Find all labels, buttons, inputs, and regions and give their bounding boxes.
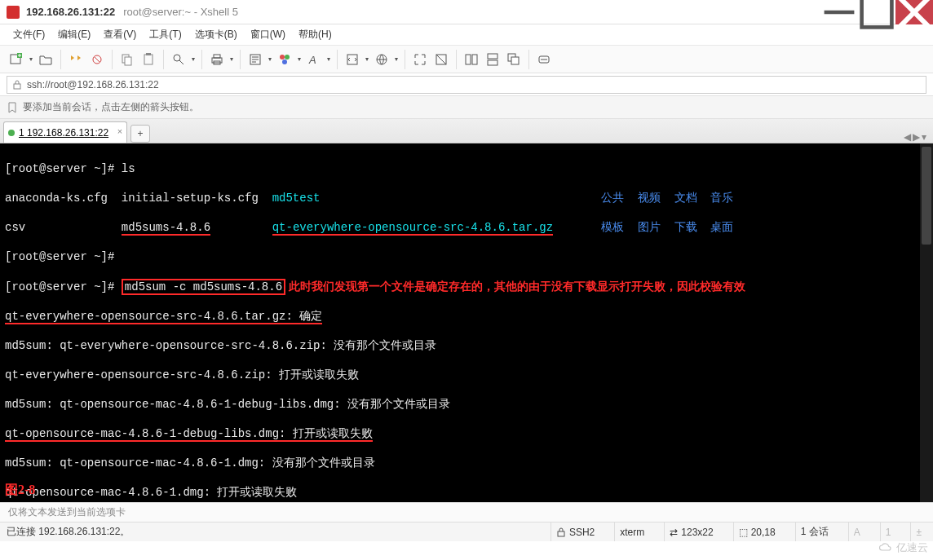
color-dropdown[interactable]: ▾: [296, 55, 303, 63]
status-bar: 已连接 192.168.26.131:22。 SSH2 xterm ⇄ 123x…: [0, 522, 933, 541]
svg-rect-20: [466, 55, 471, 64]
svg-rect-17: [347, 55, 357, 64]
script-dropdown[interactable]: ▾: [364, 55, 370, 63]
svg-point-8: [174, 55, 180, 61]
svg-rect-6: [144, 55, 153, 64]
svg-rect-21: [472, 55, 477, 64]
tab-status-dot: [8, 130, 15, 136]
font-dropdown[interactable]: ▾: [325, 55, 332, 63]
menu-view[interactable]: 查看(V): [97, 24, 143, 45]
tab-prev-icon[interactable]: ◀: [904, 131, 911, 143]
status-num: 1: [880, 523, 896, 541]
svg-rect-5: [125, 57, 131, 65]
send-text: 仅将文本发送到当前选项卡: [8, 505, 126, 519]
svg-rect-23: [488, 60, 497, 65]
session-tab[interactable]: 1 192.168.26.131:22 ×: [3, 121, 127, 143]
cascade-icon[interactable]: [504, 50, 524, 69]
status-protocol: SSH2: [551, 523, 599, 541]
font-icon[interactable]: A: [304, 50, 324, 69]
lock-icon: [556, 527, 566, 537]
search-dropdown[interactable]: ▾: [190, 55, 197, 63]
address-input[interactable]: ssh://root@192.168.26.131:22: [7, 76, 926, 94]
lock-icon: [12, 80, 22, 90]
menu-window[interactable]: 窗口(W): [244, 24, 292, 45]
reconnect-icon[interactable]: [66, 50, 86, 69]
title-ip: 192.168.26.131:22: [26, 6, 115, 18]
tab-strip: 1 192.168.26.131:22 × + ◀ ▶ ▾: [0, 119, 933, 143]
menu-help[interactable]: 帮助(H): [292, 24, 338, 45]
print-icon[interactable]: [207, 50, 227, 69]
properties-icon[interactable]: [245, 50, 265, 69]
color-icon[interactable]: [275, 50, 294, 69]
tab-label: 1 192.168.26.131:22: [19, 127, 108, 139]
menu-file[interactable]: 文件(F): [7, 24, 51, 45]
status-caps: A: [848, 523, 865, 541]
figure-label: 图2-8: [5, 483, 35, 497]
svg-rect-10: [214, 55, 220, 58]
hint-bar: 要添加当前会话，点击左侧的箭头按钮。: [0, 96, 933, 119]
status-sessions: 1 会话: [795, 523, 834, 541]
menu-edit[interactable]: 编辑(E): [51, 24, 97, 45]
encoding-icon[interactable]: [372, 50, 391, 69]
toolbar: ▾ ▾ ▾ ▾ ▾ A ▾ ▾ ▾: [0, 46, 933, 73]
search-icon[interactable]: [169, 50, 188, 69]
svg-rect-25: [511, 57, 519, 64]
svg-rect-0: [862, 0, 892, 27]
bookmark-icon[interactable]: [7, 102, 18, 113]
disconnect-icon[interactable]: [87, 50, 107, 69]
tab-list-icon[interactable]: ▾: [922, 131, 926, 143]
tile-h-icon[interactable]: [462, 50, 481, 69]
scrollbar-vertical[interactable]: [920, 143, 933, 502]
status-term: xterm: [614, 523, 649, 541]
svg-rect-28: [558, 531, 564, 536]
menu-bar: 文件(F) 编辑(E) 查看(V) 工具(T) 选项卡(B) 窗口(W) 帮助(…: [0, 24, 933, 46]
svg-point-14: [285, 55, 290, 60]
transparent-icon[interactable]: [431, 50, 451, 69]
tab-next-icon[interactable]: ▶: [913, 131, 920, 143]
tile-v-icon[interactable]: [483, 50, 502, 69]
fullscreen-icon[interactable]: [410, 50, 430, 69]
svg-point-13: [280, 55, 285, 60]
minimize-button[interactable]: [820, 0, 858, 24]
encoding-dropdown[interactable]: ▾: [393, 55, 400, 63]
copy-icon[interactable]: [117, 50, 137, 69]
maximize-button[interactable]: [858, 0, 895, 24]
cloud-icon: [878, 543, 893, 553]
close-button[interactable]: [895, 0, 933, 24]
svg-rect-27: [14, 84, 20, 89]
new-session-dropdown[interactable]: ▾: [28, 55, 34, 63]
tab-close-icon[interactable]: ×: [117, 126, 122, 136]
svg-point-15: [282, 60, 287, 64]
address-text: ssh://root@192.168.26.131:22: [27, 79, 159, 90]
paste-icon[interactable]: [139, 50, 158, 69]
print-dropdown[interactable]: ▾: [228, 55, 235, 63]
title-sub: root@server:~ - Xshell 5: [123, 6, 238, 18]
watermark: 亿速云: [878, 540, 928, 555]
svg-rect-22: [488, 54, 497, 59]
status-size: ⇄ 123x22: [664, 523, 718, 541]
send-strip: 仅将文本发送到当前选项卡: [0, 502, 933, 522]
status-connection: 已连接 192.168.26.131:22。: [7, 525, 536, 539]
app-icon: [7, 6, 20, 19]
script-icon[interactable]: [343, 50, 362, 69]
properties-dropdown[interactable]: ▾: [267, 55, 273, 63]
scrollbar-thumb[interactable]: [922, 147, 931, 245]
open-icon[interactable]: [36, 50, 55, 69]
hint-text: 要添加当前会话，点击左侧的箭头按钮。: [23, 100, 199, 114]
svg-text:A: A: [308, 54, 316, 66]
menu-tools[interactable]: 工具(T): [143, 24, 188, 45]
address-bar: ssh://root@192.168.26.131:22: [0, 73, 933, 96]
tab-add-button[interactable]: +: [130, 125, 150, 143]
status-pos: ⬚ 20,18: [733, 523, 780, 541]
terminal[interactable]: [root@server ~]# ls anaconda-ks.cfg init…: [0, 143, 933, 502]
svg-rect-7: [146, 53, 151, 55]
new-session-icon[interactable]: [7, 50, 26, 69]
menu-tabs[interactable]: 选项卡(B): [188, 24, 244, 45]
compose-icon[interactable]: [534, 50, 554, 69]
status-scroll: ±: [910, 523, 926, 541]
title-bar: 192.168.26.131:22 root@server:~ - Xshell…: [0, 0, 933, 24]
